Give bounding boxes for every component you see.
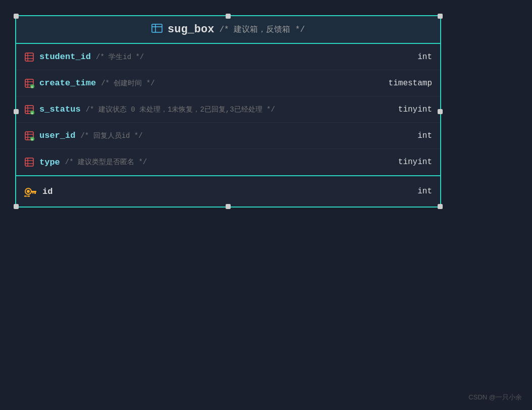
field-type-student-id: int	[417, 53, 432, 62]
field-comment-user-id: /* 回复人员id */	[80, 131, 142, 140]
field-icon-s-status: +	[24, 105, 34, 115]
field-comment-student-id: /* 学生id */	[96, 53, 144, 62]
pk-icon	[24, 186, 37, 197]
field-icon-type	[24, 157, 34, 167]
pk-row: id int	[16, 176, 440, 207]
handle-mid-left[interactable]	[14, 109, 19, 114]
svg-rect-31	[31, 191, 36, 192]
field-name-s-status: s_status	[39, 105, 81, 114]
svg-rect-0	[152, 24, 162, 32]
canvas: sug_box /* 建议箱，反馈箱 */ student_id /* 学生id…	[0, 0, 532, 410]
table-name: sug_box	[168, 23, 214, 36]
pk-name: id	[42, 187, 52, 196]
handle-top-mid[interactable]	[226, 14, 231, 19]
field-comment-create-time: /* 创建时间 */	[101, 79, 154, 88]
field-comment-type: /* 建议类型是否匿名 */	[65, 158, 147, 167]
fields-section: student_id /* 学生id */ int + create_ti	[16, 44, 440, 176]
svg-text:+: +	[31, 111, 33, 115]
handle-top-left[interactable]	[14, 14, 19, 19]
field-name-user-id: user_id	[39, 131, 75, 140]
field-name-create-time: create_time	[39, 78, 96, 88]
field-icon-create-time: +	[24, 78, 34, 88]
svg-rect-3	[25, 53, 33, 61]
svg-rect-35	[27, 195, 30, 197]
table-header: sug_box /* 建议箱，反馈箱 */	[16, 16, 440, 44]
watermark: CSDN @一只小余	[468, 393, 522, 402]
handle-bot-right[interactable]	[438, 204, 443, 209]
field-type-s-status: tinyint	[398, 105, 432, 114]
svg-point-30	[27, 190, 30, 193]
handle-bot-left[interactable]	[14, 204, 19, 209]
field-name-type: type	[39, 158, 60, 167]
pk-type: int	[417, 187, 432, 196]
svg-rect-32	[34, 192, 36, 194]
field-row-s-status: + s_status /* 建议状态 0 未处理，1未恢复，2已回复,3已经处理…	[16, 96, 440, 123]
svg-rect-25	[25, 158, 33, 166]
table-icon	[151, 24, 163, 35]
field-type-create-time: timestamp	[389, 79, 432, 88]
field-type-type: tinyint	[398, 158, 432, 167]
field-row-user-id: + user_id /* 回复人员id */ int	[16, 123, 440, 149]
field-icon-user-id: +	[24, 131, 34, 141]
field-row-student-id: student_id /* 学生id */ int	[16, 44, 440, 70]
table-diagram[interactable]: sug_box /* 建议箱，反馈箱 */ student_id /* 学生id…	[15, 15, 441, 208]
handle-mid-right[interactable]	[438, 109, 443, 114]
field-comment-s-status: /* 建议状态 0 未处理，1未恢复，2已回复,3已经处理 */	[86, 105, 275, 114]
field-row-create-time: + create_time /* 创建时间 */ timestamp	[16, 70, 440, 96]
table-comment: /* 建议箱，反馈箱 */	[219, 24, 305, 35]
pk-section: id int	[16, 176, 440, 207]
field-row-type: type /* 建议类型是否匿名 */ tinyint	[16, 149, 440, 175]
svg-rect-34	[24, 195, 27, 197]
svg-text:+: +	[31, 85, 33, 88]
svg-rect-33	[32, 192, 34, 194]
handle-top-right[interactable]	[438, 14, 443, 19]
field-type-user-id: int	[417, 131, 432, 140]
svg-text:+: +	[31, 137, 33, 141]
handle-bot-mid[interactable]	[226, 204, 231, 209]
field-name-student-id: student_id	[39, 52, 91, 62]
field-icon-student-id	[24, 52, 34, 62]
